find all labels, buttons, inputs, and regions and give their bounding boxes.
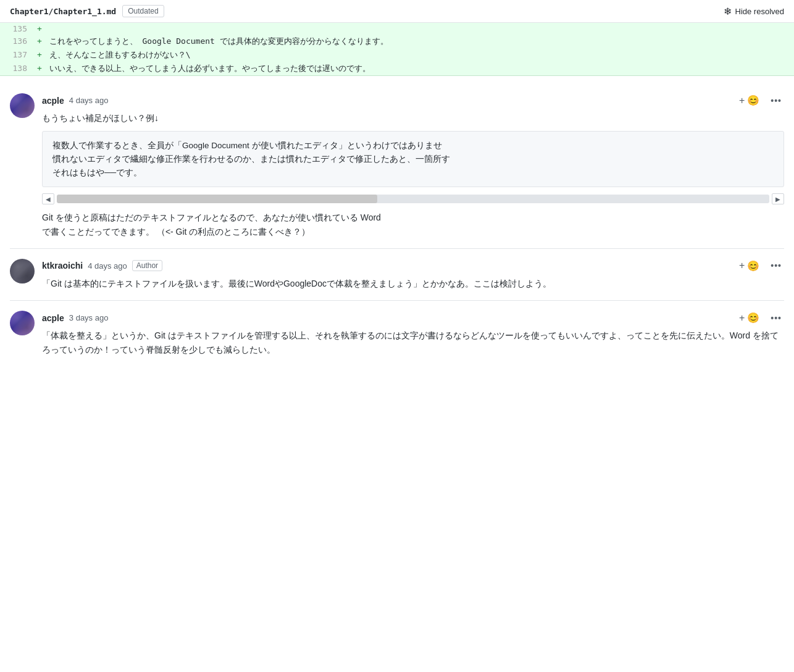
avatar-acple-3 (10, 311, 35, 335)
emoji-icon-2: 😊 (747, 260, 759, 272)
plus-icon-3: + (739, 313, 745, 324)
comment-extra-text-1: Git を使うと原稿はただのテキストファイルとなるので、あなたが使い慣れている … (42, 211, 784, 238)
comment-author-3: acple (42, 313, 64, 323)
avatar-image-acple-1 (10, 93, 35, 118)
snowflake-icon: ❄ (724, 6, 732, 17)
more-options-button-1[interactable]: ••• (768, 94, 784, 107)
diff-content-138: いいえ、できる以上、やってしまう人は必ずいます。やってしまった後では遅いのです。 (44, 63, 370, 74)
comment-item-1: acple 4 days ago + 😊 ••• もうちょい補足がほしい？例↓ (10, 86, 784, 246)
comment-text-2: 「Git は基本的にテキストファイルを扱います。最後にWordやGoogleDo… (42, 277, 784, 290)
avatar-ktkraoichi-2 (10, 259, 35, 284)
avatar-image-acple-3 (10, 311, 35, 335)
more-options-button-3[interactable]: ••• (768, 312, 784, 324)
comment-time-1: 4 days ago (69, 96, 109, 105)
comment-header-3: acple 3 days ago + 😊 ••• (42, 311, 784, 325)
file-path: Chapter1/Chapter1_1.md (10, 7, 116, 16)
scroll-track-1[interactable] (57, 195, 769, 203)
scroll-thumb-1 (57, 195, 377, 203)
comment-time-2: 4 days ago (88, 261, 127, 271)
left-arrow-icon-1: ◀ (46, 196, 51, 203)
comment-text-3: 「体裁を整える」というか、Git はテキストファイルを管理する以上、それを執筆す… (42, 329, 784, 356)
add-reaction-button-2[interactable]: + 😊 (737, 259, 762, 273)
avatar-image-ktkraoichi-2 (10, 259, 35, 284)
comment-actions-3: + 😊 ••• (737, 311, 784, 325)
separator-2 (10, 300, 784, 301)
line-number-138: 138 (0, 64, 37, 73)
scroll-left-button-1[interactable]: ◀ (42, 193, 54, 204)
diff-line-138: 138 + いいえ、できる以上、やってしまう人は必ずいます。やってしまった後では… (0, 62, 794, 75)
comment-body-1: acple 4 days ago + 😊 ••• もうちょい補足がほしい？例↓ (42, 93, 784, 238)
scroll-area-1: ◀ ▶ (42, 193, 784, 204)
comment-actions-2: + 😊 ••• (737, 259, 784, 273)
plus-icon-1: + (739, 95, 745, 106)
diff-content-137: え、そんなこと誰もするわけがない？\ (44, 49, 191, 61)
author-badge-2: Author (132, 260, 162, 271)
comment-author-2: ktkraoichi (42, 261, 83, 271)
diff-plus-135: + (37, 24, 42, 33)
comment-item-3: acple 3 days ago + 😊 ••• 「体裁を整える」というか、Gi… (10, 303, 784, 364)
diff-plus-137: + (37, 50, 42, 59)
quote-text-1: 複数人で作業するとき、全員が「Google Document が使い慣れたエディ… (52, 139, 774, 179)
emoji-icon-1: 😊 (747, 94, 759, 106)
plus-icon-2: + (739, 260, 745, 271)
comment-body-2: ktkraoichi 4 days ago Author + 😊 ••• 「Gi… (42, 259, 784, 290)
comment-body-3: acple 3 days ago + 😊 ••• 「体裁を整える」というか、Gi… (42, 311, 784, 356)
outdated-badge: Outdated (122, 5, 164, 17)
diff-line-136: 136 + これをやってしまうと、 Google Document では具体的な… (0, 35, 794, 48)
comment-header-left-1: acple 4 days ago (42, 96, 108, 106)
diff-content-136: これをやってしまうと、 Google Document では具体的な変更内容が分… (44, 36, 388, 47)
dots-icon-2: ••• (771, 261, 782, 271)
comment-text-1: もうちょい補足がほしい？例↓ (42, 111, 784, 125)
comment-time-3: 3 days ago (69, 313, 109, 322)
diff-section: 135 + 136 + これをやってしまうと、 Google Document … (0, 23, 794, 76)
diff-line-135: 135 + (0, 23, 794, 35)
comment-actions-1: + 😊 ••• (737, 93, 784, 107)
line-number-136: 136 (0, 36, 37, 46)
quote-block-1: 複数人で作業するとき、全員が「Google Document が使い慣れたエディ… (42, 131, 784, 187)
diff-plus-136: + (37, 36, 42, 46)
scroll-right-button-1[interactable]: ▶ (772, 193, 784, 204)
comment-header-1: acple 4 days ago + 😊 ••• (42, 93, 784, 107)
more-options-button-2[interactable]: ••• (768, 259, 784, 272)
emoji-icon-3: 😊 (747, 312, 759, 324)
line-number-135: 135 (0, 24, 37, 33)
comment-item-2: ktkraoichi 4 days ago Author + 😊 ••• 「Gi… (10, 251, 784, 298)
avatar-acple-1 (10, 93, 35, 118)
separator-1 (10, 248, 784, 249)
file-header-left: Chapter1/Chapter1_1.md Outdated (10, 5, 164, 17)
hide-resolved-label: Hide resolved (735, 7, 785, 16)
file-header: Chapter1/Chapter1_1.md Outdated ❄ Hide r… (0, 0, 794, 23)
comment-author-1: acple (42, 96, 64, 106)
diff-line-137: 137 + え、そんなこと誰もするわけがない？\ (0, 48, 794, 62)
right-arrow-icon-1: ▶ (775, 196, 780, 203)
dots-icon-3: ••• (771, 313, 782, 323)
add-reaction-button-1[interactable]: + 😊 (737, 93, 762, 107)
dots-icon-1: ••• (771, 96, 782, 106)
add-reaction-button-3[interactable]: + 😊 (737, 311, 762, 325)
diff-plus-138: + (37, 64, 42, 73)
hide-resolved-button[interactable]: ❄ Hide resolved (724, 6, 785, 17)
comment-header-left-3: acple 3 days ago (42, 313, 108, 323)
comment-header-2: ktkraoichi 4 days ago Author + 😊 ••• (42, 259, 784, 273)
comments-section: acple 4 days ago + 😊 ••• もうちょい補足がほしい？例↓ (0, 76, 794, 364)
comment-header-left-2: ktkraoichi 4 days ago Author (42, 260, 162, 271)
line-number-137: 137 (0, 50, 37, 59)
